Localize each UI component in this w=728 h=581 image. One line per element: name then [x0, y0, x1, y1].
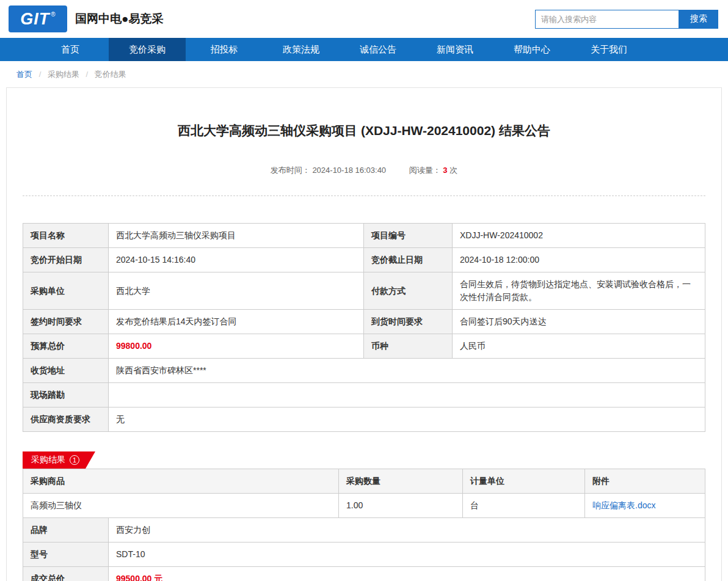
git-logo[interactable]: GIT® [9, 5, 67, 32]
views-label: 阅读量： [409, 166, 441, 175]
table-row: 供应商资质要求 无 [23, 407, 705, 432]
info-label: 项目编号 [364, 224, 453, 248]
detail-value: 西安力创 [109, 518, 705, 543]
result-badge-wrap: 采购结果 1 [23, 451, 705, 469]
site-title: 国网中电●易竞采 [75, 11, 163, 27]
info-value: 合同生效后，待货物到达指定地点、安装调试验收合格后，一次性付清合同货款。 [453, 272, 705, 310]
breadcrumb-current: 竞价结果 [95, 70, 126, 79]
info-value: 人民币 [453, 334, 705, 359]
detail-label: 品牌 [23, 518, 109, 543]
table-header-row: 采购商品 采购数量 计量单位 附件 [23, 469, 705, 494]
announcement-title: 西北大学高频动三轴仪采购项目 (XDJJ-HW-202410002) 结果公告 [23, 122, 705, 139]
breadcrumb-separator: / [39, 70, 42, 79]
budget-total-price: 99800.00 [109, 334, 364, 359]
nav-item-policies[interactable]: 政策法规 [263, 38, 340, 61]
site-header: GIT® 国网中电●易竞采 搜索 [0, 0, 728, 38]
column-header: 附件 [585, 469, 705, 494]
column-header: 采购数量 [339, 469, 463, 494]
info-label: 项目名称 [23, 224, 109, 248]
info-value: 陕西省西安市碑林区**** [109, 359, 705, 383]
detail-label: 型号 [23, 543, 109, 567]
table-row: 品牌 西安力创 [23, 518, 705, 543]
info-label: 签约时间要求 [23, 310, 109, 334]
logo-text: GIT [20, 10, 49, 29]
info-value: 发布竞价结果后14天内签订合同 [109, 310, 364, 334]
project-info-table: 项目名称 西北大学高频动三轴仪采购项目 项目编号 XDJJ-HW-2024100… [23, 223, 705, 432]
breadcrumb-separator: / [86, 70, 89, 79]
info-label: 供应商资质要求 [23, 407, 109, 432]
deal-total-price: 99500.00 元 [109, 567, 705, 581]
info-value: 西北大学 [109, 272, 364, 310]
table-row: 项目名称 西北大学高频动三轴仪采购项目 项目编号 XDJJ-HW-2024100… [23, 224, 705, 248]
info-label: 币种 [364, 334, 453, 359]
info-label: 收货地址 [23, 359, 109, 383]
announcement-card: 西北大学高频动三轴仪采购项目 (XDJJ-HW-202410002) 结果公告 … [6, 87, 722, 581]
table-row: 预算总价 99800.00 币种 人民币 [23, 334, 705, 359]
search-button[interactable]: 搜索 [679, 10, 718, 29]
nav-item-news[interactable]: 新闻资讯 [417, 38, 493, 61]
nav-item-help-center[interactable]: 帮助中心 [493, 38, 570, 61]
info-value: 无 [109, 407, 705, 432]
product-name: 高频动三轴仪 [23, 494, 339, 518]
views-count: 3 [443, 166, 447, 175]
search-input[interactable] [535, 10, 679, 29]
breadcrumb-procurement-results[interactable]: 采购结果 [48, 70, 79, 79]
result-badge-label: 采购结果 [31, 455, 65, 466]
publish-time-value: 2024-10-18 16:03:40 [312, 166, 386, 175]
column-header: 采购商品 [23, 469, 339, 494]
info-value: 2024-10-15 14:16:40 [109, 248, 364, 272]
views-unit: 次 [450, 166, 457, 175]
nav-item-tenders[interactable]: 招投标 [186, 38, 263, 61]
registered-mark: ® [51, 11, 55, 18]
info-label: 预算总价 [23, 334, 109, 359]
table-row: 现场踏勘 [23, 383, 705, 407]
info-value: 2024-10-18 12:00:00 [453, 248, 705, 272]
nav-item-about-us[interactable]: 关于我们 [570, 38, 647, 61]
info-label: 采购单位 [23, 272, 109, 310]
table-row: 成交总价 99500.00 元 [23, 567, 705, 581]
info-label: 付款方式 [364, 272, 453, 310]
table-row: 型号 SDT-10 [23, 543, 705, 567]
table-row: 竞价开始日期 2024-10-15 14:16:40 竞价截止日期 2024-1… [23, 248, 705, 272]
product-quantity: 1.00 [339, 494, 463, 518]
main-nav: 首页 竞价采购 招投标 政策法规 诚信公告 新闻资讯 帮助中心 关于我们 [0, 38, 728, 61]
nav-item-bidding-procurement[interactable]: 竞价采购 [109, 38, 186, 61]
product-unit: 台 [463, 494, 585, 518]
nav-item-home[interactable]: 首页 [32, 38, 109, 61]
breadcrumb-home[interactable]: 首页 [16, 70, 32, 79]
info-value: 合同签订后90天内送达 [453, 310, 705, 334]
info-value: 西北大学高频动三轴仪采购项目 [109, 224, 364, 248]
result-badge-number: 1 [70, 455, 79, 465]
detail-value: SDT-10 [109, 543, 705, 567]
table-row: 签约时间要求 发布竞价结果后14天内签订合同 到货时间要求 合同签订后90天内送… [23, 310, 705, 334]
attachment-link[interactable]: 响应偏离表.docx [592, 500, 655, 510]
info-label: 竞价截止日期 [364, 248, 453, 272]
breadcrumb: 首页 / 采购结果 / 竞价结果 [0, 61, 728, 86]
info-value [109, 383, 705, 407]
announcement-meta: 发布时间： 2024-10-18 16:03:40 阅读量： 3 次 [23, 165, 705, 196]
table-row: 采购单位 西北大学 付款方式 合同生效后，待货物到达指定地点、安装调试验收合格后… [23, 272, 705, 310]
logo-area: GIT® 国网中电●易竞采 [9, 5, 163, 32]
nav-item-integrity-notices[interactable]: 诚信公告 [340, 38, 417, 61]
search-bar: 搜索 [535, 10, 718, 29]
info-label: 竞价开始日期 [23, 248, 109, 272]
result-product-table: 采购商品 采购数量 计量单位 附件 高频动三轴仪 1.00 台 响应偏离表.do… [23, 469, 705, 518]
table-row: 高频动三轴仪 1.00 台 响应偏离表.docx [23, 494, 705, 518]
procurement-result-badge: 采购结果 1 [23, 451, 95, 469]
info-value: XDJJ-HW-202410002 [453, 224, 705, 248]
column-header: 计量单位 [463, 469, 585, 494]
detail-label: 成交总价 [23, 567, 109, 581]
info-label: 现场踏勘 [23, 383, 109, 407]
result-detail-table: 品牌 西安力创 型号 SDT-10 成交总价 99500.00 元 成交供应商 … [23, 517, 705, 581]
publish-time-label: 发布时间： [271, 166, 310, 175]
info-label: 到货时间要求 [364, 310, 453, 334]
table-row: 收货地址 陕西省西安市碑林区**** [23, 359, 705, 383]
